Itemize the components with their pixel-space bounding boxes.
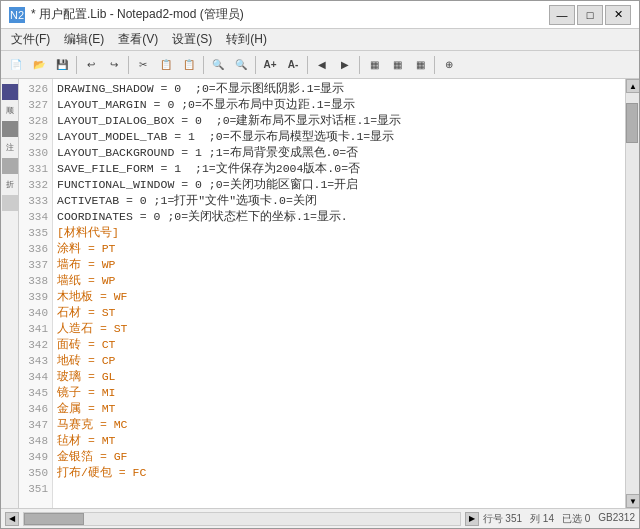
line-number: 337 [19,257,48,273]
toolbar-undo[interactable]: ↩ [80,54,102,76]
menu-goto[interactable]: 转到(H) [220,29,273,50]
code-line: LAYOUT_DIALOG_BOX = 0 ;0=建新布局不显示对话框.1=显示 [57,113,621,129]
minimize-button[interactable]: — [549,5,575,25]
code-line: 镜子 = MI [57,385,621,401]
line-number: 340 [19,305,48,321]
code-text: 马赛克 = MC [57,417,128,433]
toolbar-sep-1 [76,56,77,74]
line-numbers: 3263273283293303313323333343353363373383… [19,79,53,508]
window-title: * 用户配置.Lib - Notepad2-mod (管理员) [31,6,543,23]
toolbar-sep-3 [203,56,204,74]
hscroll-left-button[interactable]: ◀ [5,512,19,526]
menu-settings[interactable]: 设置(S) [166,29,218,50]
code-line: LAYOUT_MARGIN = 0 ;0=不显示布局中页边距.1=显示 [57,97,621,113]
line-number: 326 [19,81,48,97]
scroll-thumb-v[interactable] [626,103,638,143]
toolbar-zoom[interactable]: ⊕ [438,54,460,76]
scroll-up-button[interactable]: ▲ [626,79,639,93]
code-line: 面砖 = CT [57,337,621,353]
line-number: 346 [19,401,48,417]
code-line: COORDINATES = 0 ;0=关闭状态栏下的坐标.1=显示. [57,209,621,225]
line-number: 339 [19,289,48,305]
toolbar-new[interactable]: 📄 [5,54,27,76]
horizontal-scrollbar[interactable] [23,512,461,526]
line-number: 336 [19,241,48,257]
line-number: 338 [19,273,48,289]
vertical-scrollbar[interactable]: ▲ ▼ [625,79,639,508]
code-text: ACTIVETAB = 0 ;1=打开"文件"选项卡.0=关闭 [57,193,317,209]
line-number: 344 [19,369,48,385]
toolbar-chart1[interactable]: ▦ [363,54,385,76]
code-text: LAYOUT_BACKGROUND = 1 ;1=布局背景变成黑色.0=否 [57,145,358,161]
status-sel: 已选 0 [562,512,590,526]
code-content[interactable]: DRAWING_SHADOW = 0 ;0=不显示图纸阴影.1=显示LAYOUT… [53,79,625,508]
toolbar-find[interactable]: 🔍 [207,54,229,76]
line-number: 327 [19,97,48,113]
code-text: [材料代号] [57,225,119,241]
close-button[interactable]: ✕ [605,5,631,25]
toolbar-sep-4 [255,56,256,74]
line-number: 341 [19,321,48,337]
code-line: 石材 = ST [57,305,621,321]
toolbar-prev[interactable]: ◀ [311,54,333,76]
code-text: 涂料 = PT [57,241,116,257]
sidebar-block-4 [2,195,18,211]
status-encoding: GB2312 [598,512,635,526]
code-text: 墙纸 = WP [57,273,116,289]
hscroll-thumb[interactable] [24,513,84,525]
toolbar-cut[interactable]: ✂ [132,54,154,76]
toolbar-open[interactable]: 📂 [28,54,50,76]
main-window: N2 * 用户配置.Lib - Notepad2-mod (管理员) — □ ✕… [0,0,640,529]
menu-edit[interactable]: 编辑(E) [58,29,110,50]
code-text: 墙布 = WP [57,257,116,273]
line-number: 348 [19,433,48,449]
toolbar-paste[interactable]: 📋 [178,54,200,76]
code-text: SAVE_FILE_FORM = 1 ;1=文件保存为2004版本.0=否 [57,161,360,177]
toolbar-sep-7 [434,56,435,74]
sidebar-label-3: 折 [1,177,18,192]
bottom-bar: ◀ ▶ 行号 351 列 14 已选 0 GB2312 [1,508,639,528]
code-text: 面砖 = CT [57,337,116,353]
line-number: 334 [19,209,48,225]
toolbar-replace[interactable]: 🔍 [230,54,252,76]
line-number: 329 [19,129,48,145]
toolbar-copy[interactable]: 📋 [155,54,177,76]
code-text: 金银箔 = GF [57,449,128,465]
hscroll-right-button[interactable]: ▶ [465,512,479,526]
toolbar-chart2[interactable]: ▦ [386,54,408,76]
code-line: 地砖 = CP [57,353,621,369]
toolbar-redo[interactable]: ↪ [103,54,125,76]
code-line: 打布/硬包 = FC [57,465,621,481]
toolbar-chart3[interactable]: ▦ [409,54,431,76]
editor-area[interactable]: 3263273283293303313323333343353363373383… [19,79,625,508]
maximize-button[interactable]: □ [577,5,603,25]
app-icon-text: N2 [10,9,24,21]
toolbar-font-inc[interactable]: A+ [259,54,281,76]
code-line: 玻璃 = GL [57,369,621,385]
code-text: LAYOUT_MODEL_TAB = 1 ;0=不显示布局模型选项卡.1=显示 [57,129,394,145]
line-number: 342 [19,337,48,353]
code-line: 墙纸 = WP [57,273,621,289]
code-text: 镜子 = MI [57,385,116,401]
menu-view[interactable]: 查看(V) [112,29,164,50]
line-number: 333 [19,193,48,209]
toolbar-next[interactable]: ▶ [334,54,356,76]
status-line: 行号 351 [483,512,522,526]
status-bar: 行号 351 列 14 已选 0 GB2312 [483,512,635,526]
scroll-track-v[interactable] [626,93,639,494]
scroll-down-button[interactable]: ▼ [626,494,639,508]
code-text: LAYOUT_MARGIN = 0 ;0=不显示布局中页边距.1=显示 [57,97,355,113]
code-line: 涂料 = PT [57,241,621,257]
code-line: SAVE_FILE_FORM = 1 ;1=文件保存为2004版本.0=否 [57,161,621,177]
toolbar-font-dec[interactable]: A- [282,54,304,76]
code-line: DRAWING_SHADOW = 0 ;0=不显示图纸阴影.1=显示 [57,81,621,97]
line-number: 331 [19,161,48,177]
code-text: 地砖 = CP [57,353,116,369]
menu-file[interactable]: 文件(F) [5,29,56,50]
toolbar-save[interactable]: 💾 [51,54,73,76]
toolbar-sep-2 [128,56,129,74]
sidebar-block-2 [2,121,18,137]
code-text: 毡材 = MT [57,433,116,449]
main-area: 顺 注 折 3263273283293303313323333343353363… [1,79,639,508]
code-line: 木地板 = WF [57,289,621,305]
